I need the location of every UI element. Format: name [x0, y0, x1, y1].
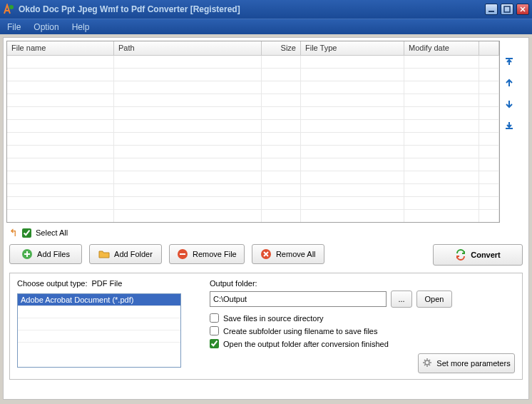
output-panel: Choose output type: PDF File Adobe Acrob… [9, 273, 523, 380]
save-source-label: Save files in source directory [223, 314, 324, 323]
select-all-checkbox[interactable] [22, 228, 31, 238]
create-subfolder-label: Create subfolder using filename to save … [223, 327, 377, 335]
list-item [18, 318, 180, 330]
select-all-row: ↰ Select All [9, 227, 526, 238]
menu-option[interactable]: Option [31, 21, 61, 34]
svg-point-0 [9, 5, 14, 9]
table-header-row: File name Path Size File Type Modify dat… [7, 41, 499, 56]
output-folder-pane: Output folder: ... Open Save files in so… [210, 279, 515, 373]
create-subfolder-checkbox[interactable] [210, 326, 219, 335]
close-button[interactable] [516, 4, 529, 15]
add-files-button[interactable]: Add Files [9, 244, 82, 264]
table-row [7, 107, 499, 120]
output-format-listbox[interactable]: Adobe Acrobat Document (*.pdf) [17, 293, 181, 368]
choose-output-label: Choose output type: [17, 279, 87, 288]
add-files-label: Add Files [37, 250, 70, 258]
add-folder-label: Add Folder [114, 250, 153, 258]
menu-file[interactable]: File [4, 21, 24, 34]
col-path[interactable]: Path [114, 41, 262, 56]
remove-file-button[interactable]: Remove File [169, 244, 245, 264]
window-controls [485, 4, 529, 15]
table-row [7, 133, 499, 146]
remove-all-button[interactable]: Remove All [252, 244, 324, 264]
table-row [7, 210, 499, 223]
reorder-controls [500, 41, 518, 223]
list-item [18, 305, 180, 318]
action-button-row: Add Files Add Folder Remove File Remove … [9, 244, 523, 266]
table-row [7, 171, 499, 184]
format-item-pdf[interactable]: Adobe Acrobat Document (*.pdf) [18, 294, 180, 305]
move-bottom-button[interactable] [503, 119, 516, 132]
client-area: File name Path Size File Type Modify dat… [3, 37, 529, 400]
browse-button[interactable]: ... [391, 291, 412, 308]
output-folder-label: Output folder: [210, 279, 515, 288]
table-row [7, 69, 499, 81]
remove-file-label: Remove File [193, 250, 237, 258]
open-after-checkbox[interactable] [210, 339, 219, 348]
set-more-parameters-button[interactable]: Set more parameters [418, 353, 515, 373]
convert-label: Convert [471, 251, 501, 259]
folder-icon [98, 248, 110, 260]
table-row [7, 94, 499, 107]
add-icon [21, 248, 33, 260]
open-after-label: Open the output folder after conversion … [223, 340, 389, 348]
save-source-checkbox[interactable] [210, 313, 219, 323]
remove-icon [177, 248, 188, 260]
col-spacer [479, 41, 499, 56]
output-folder-input[interactable] [210, 291, 387, 307]
app-logo-icon [3, 4, 14, 15]
menu-bar: File Option Help [0, 19, 532, 34]
table-row [7, 56, 499, 69]
minimize-button[interactable] [485, 4, 498, 15]
add-folder-button[interactable]: Add Folder [89, 244, 162, 264]
move-top-button[interactable] [503, 55, 516, 68]
table-row [7, 81, 499, 94]
open-folder-button[interactable]: Open [416, 291, 452, 308]
table-row [7, 197, 499, 210]
table-row [7, 120, 499, 133]
remove-all-label: Remove All [276, 250, 316, 258]
table-row [7, 158, 499, 171]
output-type-pane: Choose output type: PDF File Adobe Acrob… [17, 279, 195, 373]
select-all-label: Select All [36, 228, 68, 237]
window-titlebar: Okdo Doc Ppt Jpeg Wmf to Pdf Converter [… [0, 0, 532, 19]
more-parameters-label: Set more parameters [436, 359, 510, 368]
convert-icon [455, 249, 466, 261]
table-body [7, 56, 499, 223]
window-title: Okdo Doc Ppt Jpeg Wmf to Pdf Converter [… [19, 4, 485, 14]
table-row [7, 146, 499, 158]
list-item [18, 330, 180, 342]
col-modify[interactable]: Modify date [404, 41, 479, 56]
gear-icon [422, 358, 432, 369]
pdf-file-label: PDF File [91, 279, 122, 288]
menu-help[interactable]: Help [69, 21, 93, 34]
svg-rect-1 [488, 11, 494, 12]
move-down-button[interactable] [503, 98, 516, 111]
file-table[interactable]: File name Path Size File Type Modify dat… [6, 41, 500, 223]
svg-rect-2 [504, 6, 510, 12]
remove-all-icon [260, 248, 272, 260]
col-size[interactable]: Size [262, 41, 301, 56]
svg-point-6 [425, 360, 429, 365]
list-item [18, 342, 180, 354]
move-up-button[interactable] [503, 76, 516, 89]
convert-button[interactable]: Convert [433, 244, 523, 266]
col-filename[interactable]: File name [7, 41, 114, 56]
col-filetype[interactable]: File Type [301, 41, 404, 56]
up-left-arrow-icon: ↰ [9, 227, 18, 238]
maximize-button[interactable] [501, 4, 513, 15]
table-row [7, 184, 499, 197]
